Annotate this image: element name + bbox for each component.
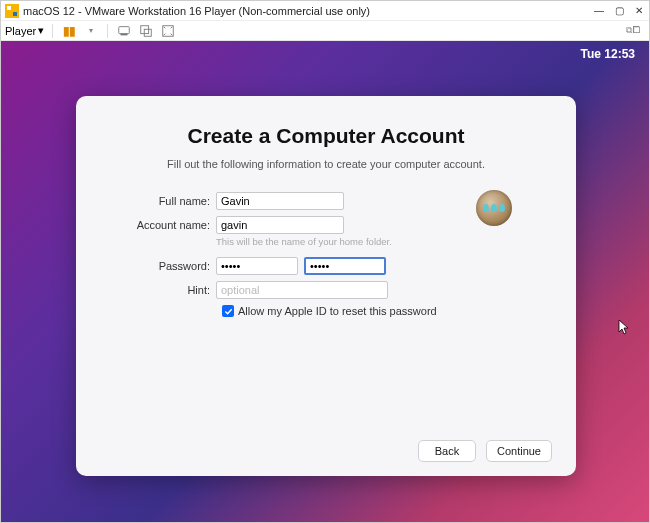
allow-appleid-reset-label: Allow my Apple ID to reset this password bbox=[238, 305, 437, 317]
fullscreen-button[interactable] bbox=[160, 23, 176, 39]
svg-rect-1 bbox=[7, 6, 11, 10]
mouse-cursor-icon bbox=[617, 319, 631, 337]
dialog-subtitle: Fill out the following information to cr… bbox=[100, 158, 552, 170]
check-icon bbox=[224, 307, 233, 316]
create-account-dialog: Create a Computer Account Fill out the f… bbox=[76, 96, 576, 476]
egg-icon bbox=[483, 204, 489, 212]
vmware-toolbar: Player ▾ ▮▮ ▾ ⧉⧠ bbox=[1, 21, 649, 41]
window-title: macOS 12 - VMware Workstation 16 Player … bbox=[23, 5, 593, 17]
account-avatar[interactable] bbox=[476, 190, 512, 226]
full-name-label: Full name: bbox=[108, 195, 216, 207]
svg-rect-6 bbox=[144, 29, 151, 36]
power-dropdown-icon[interactable]: ▾ bbox=[83, 23, 99, 39]
full-name-field[interactable] bbox=[216, 192, 344, 210]
minimize-button[interactable]: — bbox=[593, 5, 605, 17]
guest-display: Tue 12:53 Create a Computer Account Fill… bbox=[1, 41, 649, 522]
svg-rect-2 bbox=[13, 12, 17, 16]
vmware-player-window: macOS 12 - VMware Workstation 16 Player … bbox=[0, 0, 650, 523]
dialog-title: Create a Computer Account bbox=[100, 124, 552, 148]
back-button[interactable]: Back bbox=[418, 440, 476, 462]
account-form: Full name: Account name: This will be th… bbox=[100, 192, 552, 317]
svg-rect-4 bbox=[121, 33, 128, 35]
allow-appleid-reset-checkbox[interactable] bbox=[222, 305, 234, 317]
dropdown-icon: ▾ bbox=[38, 24, 44, 37]
player-menu[interactable]: Player ▾ bbox=[5, 24, 44, 37]
menubar-clock: Tue 12:53 bbox=[581, 47, 635, 61]
hint-label: Hint: bbox=[108, 284, 216, 296]
unity-mode-button[interactable] bbox=[138, 23, 154, 39]
pause-vm-button[interactable]: ▮▮ bbox=[61, 23, 77, 39]
maximize-button[interactable]: ▢ bbox=[613, 5, 625, 17]
password-label: Password: bbox=[108, 260, 216, 272]
password-field[interactable] bbox=[216, 257, 298, 275]
password-confirm-field[interactable] bbox=[304, 257, 386, 275]
player-menu-label: Player bbox=[5, 25, 36, 37]
account-name-helper: This will be the name of your home folde… bbox=[216, 236, 392, 247]
dialog-footer: Back Continue bbox=[100, 430, 552, 462]
account-name-label: Account name: bbox=[108, 219, 216, 231]
window-titlebar: macOS 12 - VMware Workstation 16 Player … bbox=[1, 1, 649, 21]
cycle-devices-button[interactable]: ⧉⧠ bbox=[626, 25, 641, 36]
egg-icon bbox=[491, 204, 497, 212]
close-button[interactable]: ✕ bbox=[633, 5, 645, 17]
toolbar-separator bbox=[52, 24, 53, 38]
continue-button[interactable]: Continue bbox=[486, 440, 552, 462]
svg-rect-3 bbox=[119, 26, 130, 33]
toolbar-separator bbox=[107, 24, 108, 38]
send-ctrl-alt-del-button[interactable] bbox=[116, 23, 132, 39]
hint-field[interactable] bbox=[216, 281, 388, 299]
egg-icon bbox=[499, 204, 505, 212]
vmware-app-icon bbox=[5, 4, 19, 18]
account-name-field[interactable] bbox=[216, 216, 344, 234]
